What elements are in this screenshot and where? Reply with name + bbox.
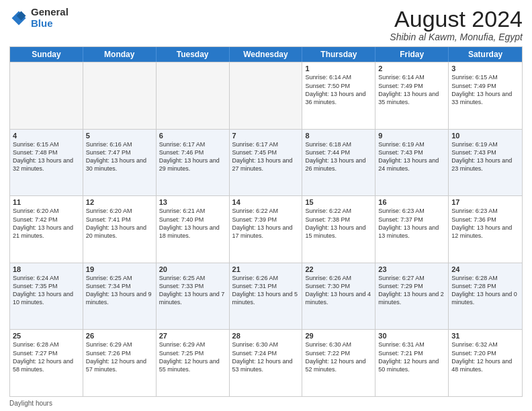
day-header-friday: Friday	[375, 47, 449, 62]
calendar-cell: 6Sunrise: 6:17 AM Sunset: 7:46 PM Daylig…	[157, 130, 230, 196]
day-number: 1	[305, 64, 372, 73]
calendar-cell: 8Sunrise: 6:18 AM Sunset: 7:44 PM Daylig…	[302, 130, 375, 196]
cell-info: Sunrise: 6:26 AM Sunset: 7:30 PM Dayligh…	[305, 274, 372, 307]
day-number: 6	[159, 132, 226, 140]
cell-info: Sunrise: 6:29 AM Sunset: 7:26 PM Dayligh…	[86, 340, 153, 373]
day-number: 16	[378, 198, 445, 206]
calendar-cell: 26Sunrise: 6:29 AM Sunset: 7:26 PM Dayli…	[83, 330, 157, 396]
cell-info: Sunrise: 6:16 AM Sunset: 7:47 PM Dayligh…	[86, 140, 153, 173]
cell-info: Sunrise: 6:22 AM Sunset: 7:38 PM Dayligh…	[305, 207, 372, 240]
day-number: 31	[451, 332, 519, 340]
cell-info: Sunrise: 6:28 AM Sunset: 7:27 PM Dayligh…	[13, 340, 80, 373]
day-number: 9	[378, 132, 445, 140]
cell-info: Sunrise: 6:32 AM Sunset: 7:20 PM Dayligh…	[451, 340, 519, 373]
day-number: 23	[378, 265, 445, 273]
calendar-cell: 19Sunrise: 6:25 AM Sunset: 7:34 PM Dayli…	[83, 263, 157, 330]
day-header-saturday: Saturday	[449, 47, 522, 62]
cell-info: Sunrise: 6:31 AM Sunset: 7:21 PM Dayligh…	[378, 340, 445, 373]
cell-info: Sunrise: 6:18 AM Sunset: 7:44 PM Dayligh…	[305, 140, 372, 173]
calendar-row-3: 11Sunrise: 6:20 AM Sunset: 7:42 PM Dayli…	[10, 195, 522, 263]
day-number: 17	[451, 198, 519, 206]
day-number: 22	[305, 265, 372, 273]
cell-info: Sunrise: 6:22 AM Sunset: 7:39 PM Dayligh…	[232, 207, 300, 240]
day-number: 20	[159, 265, 226, 273]
cell-info: Sunrise: 6:19 AM Sunset: 7:43 PM Dayligh…	[378, 140, 445, 173]
calendar-header: SundayMondayTuesdayWednesdayThursdayFrid…	[10, 47, 522, 62]
cell-info: Sunrise: 6:26 AM Sunset: 7:31 PM Dayligh…	[232, 274, 300, 307]
header: General Blue August 2024 Shibin al Kawm,…	[9, 7, 523, 42]
calendar: SundayMondayTuesdayWednesdayThursdayFrid…	[9, 46, 523, 397]
cell-info: Sunrise: 6:28 AM Sunset: 7:28 PM Dayligh…	[451, 274, 519, 307]
day-number: 29	[305, 332, 372, 340]
day-number: 8	[305, 132, 372, 140]
cell-info: Sunrise: 6:30 AM Sunset: 7:24 PM Dayligh…	[232, 340, 300, 373]
cell-info: Sunrise: 6:30 AM Sunset: 7:22 PM Dayligh…	[305, 340, 372, 373]
cell-info: Sunrise: 6:20 AM Sunset: 7:42 PM Dayligh…	[13, 207, 80, 240]
cell-info: Sunrise: 6:27 AM Sunset: 7:29 PM Dayligh…	[378, 274, 445, 307]
day-number: 11	[13, 198, 80, 206]
calendar-cell: 1Sunrise: 6:14 AM Sunset: 7:50 PM Daylig…	[302, 62, 375, 129]
day-number: 2	[378, 64, 445, 73]
day-number: 5	[86, 132, 153, 140]
cell-info: Sunrise: 6:25 AM Sunset: 7:34 PM Dayligh…	[86, 274, 153, 307]
day-number: 18	[13, 265, 80, 273]
calendar-cell: 18Sunrise: 6:24 AM Sunset: 7:35 PM Dayli…	[10, 263, 83, 330]
day-number: 12	[86, 198, 153, 206]
calendar-body: 1Sunrise: 6:14 AM Sunset: 7:50 PM Daylig…	[10, 62, 522, 396]
cell-info: Sunrise: 6:23 AM Sunset: 7:36 PM Dayligh…	[451, 207, 519, 240]
calendar-cell: 7Sunrise: 6:17 AM Sunset: 7:45 PM Daylig…	[230, 130, 303, 196]
logo-text: General Blue	[31, 7, 69, 29]
cell-info: Sunrise: 6:29 AM Sunset: 7:25 PM Dayligh…	[159, 340, 226, 373]
footer: Daylight hours	[9, 400, 523, 407]
calendar-cell: 27Sunrise: 6:29 AM Sunset: 7:25 PM Dayli…	[157, 330, 230, 396]
calendar-cell: 4Sunrise: 6:15 AM Sunset: 7:48 PM Daylig…	[10, 130, 83, 196]
cell-info: Sunrise: 6:14 AM Sunset: 7:49 PM Dayligh…	[378, 73, 445, 106]
cell-info: Sunrise: 6:21 AM Sunset: 7:40 PM Dayligh…	[159, 207, 226, 240]
calendar-row-5: 25Sunrise: 6:28 AM Sunset: 7:27 PM Dayli…	[10, 329, 522, 396]
cell-info: Sunrise: 6:24 AM Sunset: 7:35 PM Dayligh…	[13, 274, 80, 307]
calendar-cell: 14Sunrise: 6:22 AM Sunset: 7:39 PM Dayli…	[230, 196, 303, 263]
cell-info: Sunrise: 6:20 AM Sunset: 7:41 PM Dayligh…	[86, 207, 153, 240]
logo-general: General	[31, 7, 69, 18]
calendar-row-1: 1Sunrise: 6:14 AM Sunset: 7:50 PM Daylig…	[10, 62, 522, 129]
cell-info: Sunrise: 6:19 AM Sunset: 7:43 PM Dayligh…	[451, 140, 519, 173]
day-number: 24	[451, 265, 519, 273]
main-title: August 2024	[390, 7, 523, 32]
calendar-cell: 17Sunrise: 6:23 AM Sunset: 7:36 PM Dayli…	[449, 196, 522, 263]
calendar-cell: 23Sunrise: 6:27 AM Sunset: 7:29 PM Dayli…	[375, 263, 449, 330]
page: General Blue August 2024 Shibin al Kawm,…	[0, 0, 532, 411]
calendar-cell: 12Sunrise: 6:20 AM Sunset: 7:41 PM Dayli…	[83, 196, 157, 263]
logo-blue: Blue	[31, 18, 69, 30]
day-number: 25	[13, 332, 80, 340]
day-number: 4	[13, 132, 80, 140]
day-number: 26	[86, 332, 153, 340]
calendar-cell: 2Sunrise: 6:14 AM Sunset: 7:49 PM Daylig…	[375, 62, 449, 129]
logo-icon	[9, 9, 28, 28]
calendar-cell: 21Sunrise: 6:26 AM Sunset: 7:31 PM Dayli…	[230, 263, 303, 330]
calendar-cell: 3Sunrise: 6:15 AM Sunset: 7:49 PM Daylig…	[449, 62, 522, 129]
calendar-cell	[157, 62, 230, 129]
calendar-cell: 11Sunrise: 6:20 AM Sunset: 7:42 PM Dayli…	[10, 196, 83, 263]
day-header-tuesday: Tuesday	[157, 47, 230, 62]
calendar-row-4: 18Sunrise: 6:24 AM Sunset: 7:35 PM Dayli…	[10, 263, 522, 330]
day-header-sunday: Sunday	[10, 47, 83, 62]
calendar-cell: 25Sunrise: 6:28 AM Sunset: 7:27 PM Dayli…	[10, 330, 83, 396]
calendar-cell: 20Sunrise: 6:25 AM Sunset: 7:33 PM Dayli…	[157, 263, 230, 330]
cell-info: Sunrise: 6:25 AM Sunset: 7:33 PM Dayligh…	[159, 274, 226, 307]
calendar-cell: 28Sunrise: 6:30 AM Sunset: 7:24 PM Dayli…	[230, 330, 303, 396]
calendar-cell: 22Sunrise: 6:26 AM Sunset: 7:30 PM Dayli…	[302, 263, 375, 330]
day-header-wednesday: Wednesday	[230, 47, 303, 62]
calendar-cell	[83, 62, 157, 129]
day-number: 21	[232, 265, 300, 273]
cell-info: Sunrise: 6:14 AM Sunset: 7:50 PM Dayligh…	[305, 73, 372, 106]
day-number: 10	[451, 132, 519, 140]
day-number: 30	[378, 332, 445, 340]
calendar-cell: 10Sunrise: 6:19 AM Sunset: 7:43 PM Dayli…	[449, 130, 522, 196]
day-number: 19	[86, 265, 153, 273]
cell-info: Sunrise: 6:17 AM Sunset: 7:46 PM Dayligh…	[159, 140, 226, 173]
calendar-cell: 29Sunrise: 6:30 AM Sunset: 7:22 PM Dayli…	[302, 330, 375, 396]
cell-info: Sunrise: 6:15 AM Sunset: 7:49 PM Dayligh…	[451, 73, 519, 106]
calendar-cell: 9Sunrise: 6:19 AM Sunset: 7:43 PM Daylig…	[375, 130, 449, 196]
calendar-cell	[230, 62, 303, 129]
calendar-cell: 16Sunrise: 6:23 AM Sunset: 7:37 PM Dayli…	[375, 196, 449, 263]
